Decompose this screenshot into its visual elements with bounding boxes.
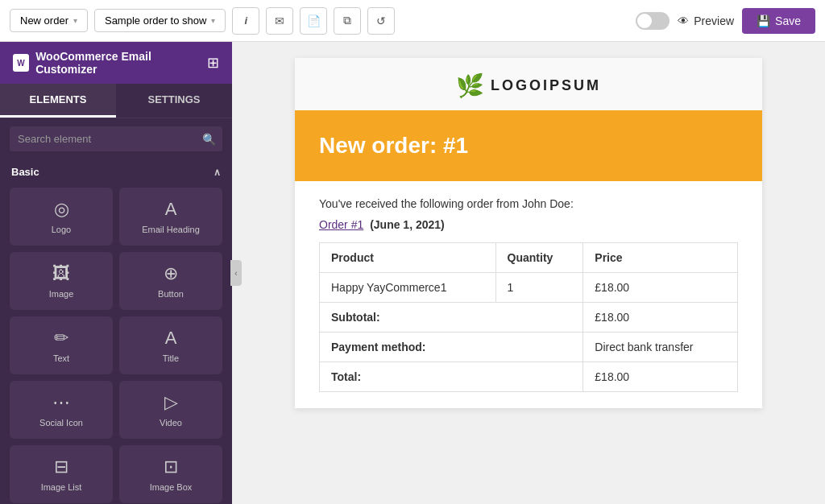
image-box-icon: ⊡	[164, 456, 178, 477]
email-order-ref: Order #1 (June 1, 2021)	[319, 218, 738, 231]
table-body: Happy YayCommerce11£18.00Subtotal:£18.00…	[320, 273, 738, 392]
table-cell: Happy YayCommerce1	[320, 273, 496, 303]
grid-icon[interactable]: ⊞	[207, 54, 219, 72]
table-head: Product Quantity Price	[320, 243, 738, 273]
info-button[interactable]: i	[232, 7, 259, 35]
element-card-image-box[interactable]: ⊡ Image Box	[119, 445, 222, 503]
order-link[interactable]: Order #1	[319, 218, 363, 231]
logo-plant-icon: 🌿	[456, 72, 486, 99]
logo-label: Logo	[52, 225, 71, 234]
sidebar-tabs: ELEMENTS SETTINGS	[0, 84, 232, 118]
top-bar-right: 👁 Preview 💾 Save	[636, 8, 815, 34]
brand-name: WooCommerce Email Customizer	[35, 50, 201, 76]
table-summary-row: Total:£18.00	[320, 362, 738, 392]
search-wrap: 🔍	[10, 126, 222, 151]
logo-icon: ◎	[54, 199, 69, 220]
sample-order-arrow: ▾	[211, 16, 215, 25]
social-icon-label: Social Icon	[39, 418, 83, 428]
email-intro: You've received the following order from…	[319, 197, 738, 210]
preview-eye-icon: 👁	[678, 14, 689, 27]
email-heading-icon: A	[165, 199, 177, 220]
doc-icon: 📄	[307, 14, 321, 27]
summary-value: £18.00	[583, 303, 738, 333]
col-product: Product	[320, 243, 496, 273]
preview-button[interactable]: 👁 Preview	[678, 14, 734, 27]
text-label: Text	[53, 353, 69, 363]
col-quantity: Quantity	[495, 243, 583, 273]
tab-settings[interactable]: SETTINGS	[116, 84, 232, 118]
search-icon: 🔍	[202, 133, 216, 146]
main-layout: W WooCommerce Email Customizer ⊞ ELEMENT…	[0, 42, 825, 504]
refresh-button[interactable]: ↺	[367, 7, 395, 35]
element-card-image-list[interactable]: ⊟ Image List	[10, 445, 113, 503]
video-label: Video	[160, 418, 182, 428]
basic-section-label: Basic ∧	[0, 159, 232, 183]
top-bar: New order ▾ Sample order to show ▾ i ✉ 📄…	[0, 0, 825, 42]
email-preview: 🌿 LOGOIPSUM New order: #1 You've receive…	[295, 58, 762, 408]
title-label: Title	[163, 353, 179, 363]
order-table: Product Quantity Price Happy YayCommerce…	[319, 242, 738, 392]
save-icon: 💾	[757, 14, 770, 27]
image-box-label: Image Box	[150, 482, 193, 492]
element-card-email-heading[interactable]: A Email Heading	[119, 188, 222, 246]
email-header-title: New order: #1	[319, 133, 738, 159]
tab-elements[interactable]: ELEMENTS	[0, 84, 116, 118]
order-date: (June 1, 2021)	[370, 218, 445, 231]
element-card-button[interactable]: ⊕ Button	[119, 252, 222, 310]
canvas-area: 🌿 LOGOIPSUM New order: #1 You've receive…	[232, 42, 825, 504]
title-icon: A	[165, 328, 177, 349]
copy-button[interactable]: ⧉	[334, 7, 361, 35]
email-header: New order: #1	[295, 110, 762, 181]
refresh-icon: ↺	[376, 14, 386, 27]
summary-value: £18.00	[583, 362, 738, 392]
elements-grid: ◎ Logo A Email Heading 🖼 Image ⊕ Button …	[0, 183, 232, 504]
image-icon: 🖼	[52, 263, 70, 284]
table-summary-row: Subtotal:£18.00	[320, 303, 738, 333]
email-logo-area: 🌿 LOGOIPSUM	[295, 58, 762, 110]
element-card-title[interactable]: A Title	[119, 316, 222, 374]
table-header-row: Product Quantity Price	[320, 243, 738, 273]
search-input[interactable]	[10, 126, 222, 151]
table-cell: £18.00	[583, 273, 738, 303]
brand-logo: W	[13, 54, 29, 72]
element-card-social-icon[interactable]: ⋯ Social Icon	[10, 381, 113, 439]
sidebar-collapse-handle[interactable]: ‹	[230, 260, 242, 286]
email-logo: 🌿 LOGOIPSUM	[295, 72, 762, 99]
preview-toggle[interactable]	[636, 12, 670, 30]
table-cell: 1	[495, 273, 583, 303]
order-type-value: New order	[20, 14, 68, 27]
element-card-text[interactable]: ✏ Text	[10, 316, 113, 374]
button-label: Button	[158, 289, 184, 299]
preview-toggle-wrap	[636, 12, 670, 30]
social-icon-icon: ⋯	[52, 392, 70, 413]
copy-icon: ⧉	[343, 14, 351, 27]
image-list-icon: ⊟	[54, 456, 68, 477]
summary-value: Direct bank transfer	[583, 333, 738, 362]
email-heading-label: Email Heading	[142, 225, 200, 234]
image-list-label: Image List	[41, 482, 82, 492]
col-price: Price	[583, 243, 738, 273]
email-icon: ✉	[275, 14, 284, 27]
element-card-image[interactable]: 🖼 Image	[10, 252, 113, 310]
email-body: You've received the following order from…	[295, 181, 762, 408]
sample-order-dropdown[interactable]: Sample order to show ▾	[94, 9, 226, 32]
text-icon: ✏	[54, 328, 68, 349]
sidebar: W WooCommerce Email Customizer ⊞ ELEMENT…	[0, 42, 232, 504]
save-button[interactable]: 💾 Save	[742, 8, 815, 34]
image-label: Image	[49, 289, 74, 299]
email-button[interactable]: ✉	[266, 7, 293, 35]
order-type-arrow: ▾	[73, 16, 77, 25]
summary-label: Total:	[320, 362, 583, 392]
sidebar-wrapper: W WooCommerce Email Customizer ⊞ ELEMENT…	[0, 42, 232, 504]
chevron-up-icon: ∧	[214, 167, 221, 178]
summary-label: Payment method:	[320, 333, 583, 362]
element-card-logo[interactable]: ◎ Logo	[10, 188, 113, 246]
table-row: Happy YayCommerce11£18.00	[320, 273, 738, 303]
search-box: 🔍	[0, 118, 232, 159]
button-icon: ⊕	[164, 263, 178, 284]
sample-order-value: Sample order to show	[105, 14, 206, 27]
table-summary-row: Payment method:Direct bank transfer	[320, 333, 738, 362]
element-card-video[interactable]: ▷ Video	[119, 381, 222, 439]
order-type-dropdown[interactable]: New order ▾	[10, 9, 88, 32]
doc-button[interactable]: 📄	[300, 7, 327, 35]
